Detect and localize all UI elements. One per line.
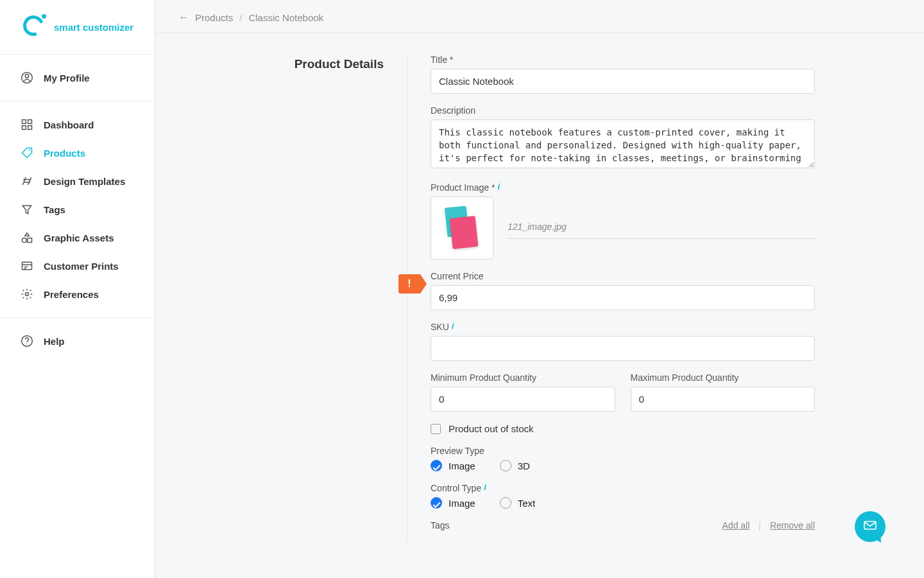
error-badge-icon[interactable]: ! (398, 274, 420, 293)
description-textarea[interactable]: This classic notebook features a custom-… (431, 119, 815, 168)
sku-label: SKU i (431, 322, 815, 332)
sidebar-item-label: My Profile (44, 73, 90, 83)
image-filename[interactable]: 121_image.jpg (508, 218, 815, 239)
sidebar-item-label: Customer Prints (44, 261, 119, 272)
vertical-divider (407, 55, 407, 542)
gear-icon (21, 288, 33, 301)
section-title: Product Details (245, 57, 399, 71)
sidebar-item-label: Design Templates (44, 176, 125, 187)
svg-rect-16 (864, 521, 876, 529)
assets-icon (21, 231, 33, 244)
product-image-label: Product Image * i (431, 182, 815, 193)
logo[interactable]: smart customizer (0, 0, 155, 55)
control-type-image-radio[interactable] (431, 497, 442, 509)
min-quantity-input[interactable] (431, 387, 615, 412)
info-icon[interactable]: i (484, 483, 486, 491)
svg-rect-3 (28, 120, 32, 124)
envelope-icon (862, 518, 878, 536)
control-type-text-radio[interactable] (500, 497, 511, 509)
current-price-label: Current Price (431, 271, 815, 281)
sidebar-item-tags[interactable]: Tags (0, 195, 155, 223)
main-content: ← Products / Classic Notebook Product De… (155, 0, 924, 578)
sidebar-item-label: Preferences (44, 289, 99, 300)
svg-rect-4 (22, 126, 26, 130)
svg-rect-2 (22, 120, 26, 124)
sidebar-item-my-profile[interactable]: My Profile (0, 64, 155, 92)
filter-icon (21, 203, 33, 216)
prints-icon (21, 259, 33, 272)
sidebar-item-graphic-assets[interactable]: Graphic Assets (0, 223, 155, 252)
radio-label: 3D (518, 460, 530, 471)
sidebar-item-customer-prints[interactable]: Customer Prints (0, 252, 155, 280)
help-icon (21, 335, 33, 347)
dashboard-icon (21, 118, 33, 131)
radio-label: Image (449, 498, 475, 509)
svg-point-1 (25, 74, 28, 78)
title-input[interactable] (431, 69, 815, 94)
sidebar-item-label: Dashboard (44, 119, 94, 130)
out-of-stock-label: Product out of stock (449, 423, 534, 434)
sidebar-item-products[interactable]: Products (0, 139, 155, 167)
svg-point-15 (26, 344, 27, 344)
svg-rect-9 (22, 262, 32, 270)
product-image-thumbnail[interactable] (431, 197, 493, 259)
tags-remove-all-link[interactable]: Remove all (770, 520, 815, 530)
templates-icon (21, 175, 33, 188)
sidebar-item-label: Help (44, 336, 65, 347)
min-quantity-label: Minimum Product Quantity (431, 372, 615, 383)
svg-rect-8 (28, 238, 32, 243)
control-type-label: Control Type i (431, 483, 815, 493)
max-quantity-input[interactable] (631, 387, 816, 412)
preview-type-label: Preview Type (431, 446, 815, 456)
preview-type-image-radio[interactable] (431, 460, 442, 471)
sidebar-item-dashboard[interactable]: Dashboard (0, 110, 155, 139)
logo-icon (23, 15, 46, 39)
svg-point-6 (29, 150, 30, 151)
sidebar-item-preferences[interactable]: Preferences (0, 280, 155, 308)
breadcrumb-parent[interactable]: Products (195, 12, 233, 23)
tags-label: Tags (431, 520, 450, 530)
breadcrumb: ← Products / Classic Notebook (155, 0, 924, 33)
svg-point-7 (22, 238, 27, 243)
sidebar: smart customizer My Profile Dashboard Pr… (0, 0, 155, 578)
user-icon (21, 71, 33, 84)
sku-input[interactable] (431, 336, 815, 361)
info-icon[interactable]: i (497, 182, 500, 191)
chat-fab[interactable] (855, 511, 886, 542)
radio-label: Text (518, 498, 536, 509)
sidebar-item-design-templates[interactable]: Design Templates (0, 167, 155, 195)
svg-rect-5 (28, 126, 32, 130)
sidebar-item-label: Tags (44, 204, 65, 215)
description-label: Description (431, 105, 815, 116)
info-icon[interactable]: i (452, 322, 454, 330)
sidebar-item-label: Graphic Assets (44, 232, 114, 243)
sidebar-item-label: Products (44, 148, 85, 159)
radio-label: Image (449, 460, 475, 471)
current-price-input[interactable] (431, 285, 815, 310)
svg-point-13 (26, 293, 29, 296)
tags-add-all-link[interactable]: Add all (723, 520, 750, 530)
title-label: Title * (431, 55, 815, 65)
sidebar-item-help[interactable]: Help (0, 327, 155, 355)
out-of-stock-checkbox[interactable] (431, 424, 441, 434)
breadcrumb-current: Classic Notebook (248, 12, 323, 23)
max-quantity-label: Maximum Product Quantity (631, 372, 816, 383)
preview-type-3d-radio[interactable] (500, 460, 511, 471)
back-arrow-icon[interactable]: ← (178, 12, 189, 23)
brand-name: smart customizer (54, 22, 133, 33)
breadcrumb-separator: / (239, 12, 242, 23)
tag-icon (21, 146, 33, 159)
